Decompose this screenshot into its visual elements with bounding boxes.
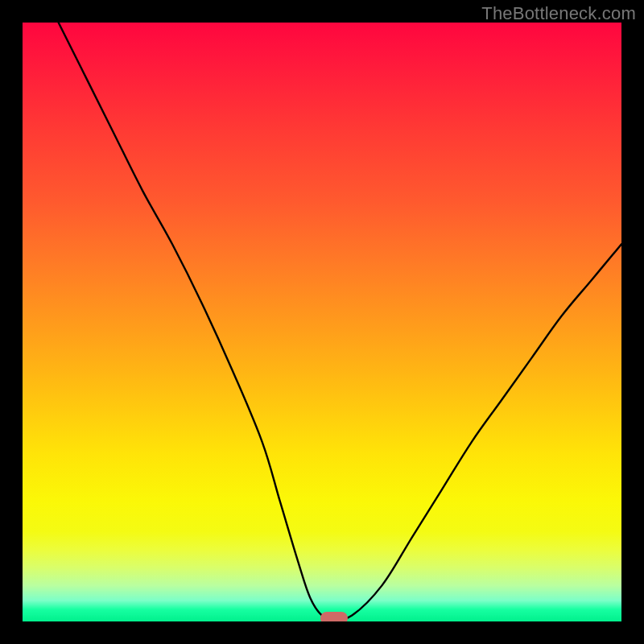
optimal-marker bbox=[320, 612, 348, 621]
plot-area bbox=[23, 23, 621, 621]
bottleneck-curve bbox=[23, 23, 621, 621]
chart-frame: TheBottleneck.com bbox=[0, 0, 644, 644]
curve-path bbox=[59, 23, 621, 619]
watermark-text: TheBottleneck.com bbox=[481, 3, 636, 24]
